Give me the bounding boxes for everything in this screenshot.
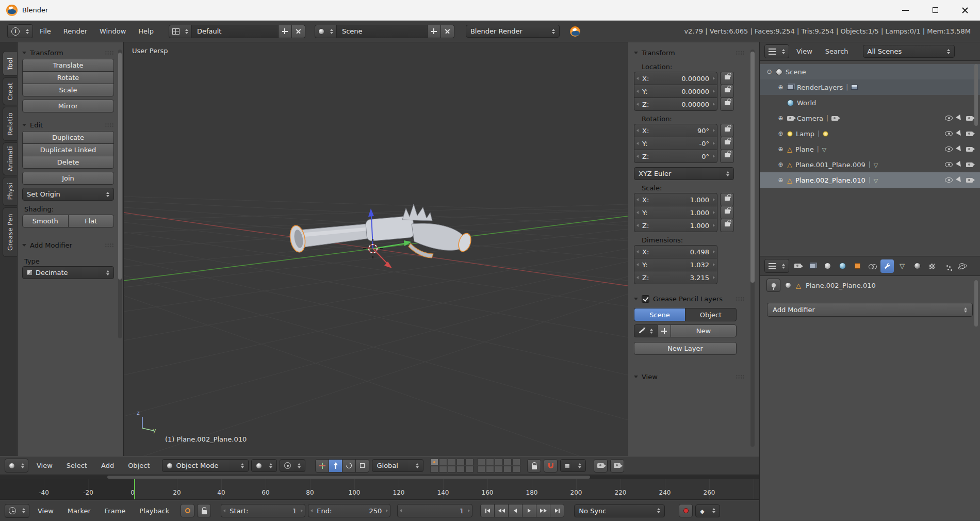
scene-delete-button[interactable]: [441, 25, 454, 38]
expander-icon[interactable]: [777, 115, 784, 122]
set-origin-dropdown[interactable]: Set Origin: [22, 188, 114, 201]
play-button[interactable]: [522, 504, 536, 517]
menu-file[interactable]: File: [34, 27, 57, 35]
layer-cell[interactable]: [503, 466, 512, 473]
panel-header-transform-n[interactable]: Transform: [634, 46, 745, 59]
editor-type-timeline-button[interactable]: [5, 504, 29, 518]
duplicate-button[interactable]: Duplicate: [22, 131, 114, 144]
panel-header-transform[interactable]: Transform: [22, 46, 114, 59]
tab-scene[interactable]: [821, 259, 834, 273]
layer-cell[interactable]: [430, 459, 438, 465]
manipulator-translate-button[interactable]: [329, 459, 342, 473]
location-x-lock-button[interactable]: [720, 72, 734, 85]
tab-grease-pencil[interactable]: Grease Pen: [3, 207, 17, 257]
rotation-mode-dropdown[interactable]: XYZ Euler: [634, 167, 734, 180]
layer-cell[interactable]: [456, 459, 465, 465]
layer-cell[interactable]: [456, 466, 465, 473]
keying-set-dropdown[interactable]: [695, 504, 720, 517]
jump-to-start-button[interactable]: [480, 504, 495, 517]
tab-animation[interactable]: Animati: [3, 142, 17, 175]
tab-render[interactable]: [791, 259, 804, 273]
gp-new-layer-button[interactable]: New Layer: [634, 342, 737, 355]
menu-object[interactable]: Object: [122, 462, 155, 469]
tab-modifiers[interactable]: [880, 259, 894, 273]
toolshelf-scrollbar[interactable]: [118, 50, 122, 338]
screen-layout-icon-button[interactable]: [169, 25, 192, 38]
gp-object-tab[interactable]: Object: [685, 308, 737, 321]
location-y-lock-button[interactable]: [720, 85, 734, 98]
viewport-canvas[interactable]: [124, 42, 628, 456]
opengl-render-anim-button[interactable]: [610, 459, 624, 473]
layer-cell[interactable]: [495, 466, 503, 473]
outliner-row-camera[interactable]: Camera: [760, 110, 980, 126]
visibility-eye-icon[interactable]: [945, 116, 953, 121]
outliner-row-renderlayers[interactable]: RenderLayers: [760, 79, 980, 95]
panel-header-edit[interactable]: Edit: [22, 119, 114, 131]
browse-context-icon[interactable]: [785, 282, 791, 288]
layer-cell[interactable]: [512, 459, 520, 465]
scale-y-lock-button[interactable]: [720, 206, 734, 219]
dimensions-x-field[interactable]: X:0.498: [634, 245, 717, 258]
expander-icon[interactable]: [777, 161, 784, 168]
pin-button[interactable]: [766, 279, 780, 292]
layer-cell[interactable]: [465, 466, 473, 473]
duplicate-linked-button[interactable]: Duplicate Linked: [22, 143, 114, 156]
tab-create[interactable]: Creat: [3, 77, 17, 105]
end-frame-field[interactable]: End:250: [308, 504, 390, 517]
selectability-cursor-icon[interactable]: [956, 161, 963, 168]
outliner-row-plane[interactable]: Plane: [760, 141, 980, 157]
timeline-scrollbar[interactable]: [0, 475, 759, 479]
close-button[interactable]: [950, 0, 980, 20]
scale-x-lock-button[interactable]: [720, 193, 734, 206]
scene-icon-button[interactable]: [315, 25, 337, 38]
location-x-field[interactable]: X:0.00000: [634, 72, 717, 85]
menu-select[interactable]: Select: [61, 462, 93, 469]
scale-x-field[interactable]: X:1.000: [634, 193, 717, 206]
viewport-3d[interactable]: User Persp z y (1) Plane.002_Plane.010: [124, 42, 628, 456]
timeline-lock-button[interactable]: [197, 504, 211, 517]
renderability-camera-icon[interactable]: [966, 162, 973, 167]
manipulator-scale-button[interactable]: [355, 459, 369, 473]
tab-object[interactable]: [851, 259, 864, 273]
screen-layout-delete-button[interactable]: [292, 25, 305, 38]
panel-header-grease-pencil[interactable]: Grease Pencil Layers: [634, 292, 745, 305]
expander-icon[interactable]: [777, 145, 784, 153]
renderability-camera-icon[interactable]: [966, 178, 973, 183]
tab-world[interactable]: [836, 259, 849, 273]
gp-data-dropdown[interactable]: [634, 324, 658, 337]
expander-icon[interactable]: [777, 130, 784, 137]
menu-view-timeline[interactable]: View: [32, 507, 59, 515]
tab-render-layers[interactable]: [806, 259, 819, 273]
drag-dots-icon[interactable]: [105, 243, 114, 248]
tab-material[interactable]: [910, 259, 924, 273]
opengl-render-image-button[interactable]: [594, 459, 608, 473]
layer-cell[interactable]: [477, 466, 485, 473]
outliner-scope-dropdown[interactable]: All Scenes: [863, 45, 955, 58]
menu-add[interactable]: Add: [95, 462, 120, 469]
gp-scene-tab[interactable]: Scene: [634, 308, 685, 321]
layer-cell[interactable]: [448, 459, 456, 465]
timeline-scrollbar-thumb[interactable]: [107, 476, 590, 479]
next-keyframe-button[interactable]: [536, 504, 550, 517]
layer-cell[interactable]: [512, 466, 520, 473]
editor-type-3dview-button[interactable]: [5, 459, 28, 473]
dimensions-z-field[interactable]: Z:3.215: [634, 271, 717, 284]
minimize-button[interactable]: [890, 0, 920, 20]
menu-playback[interactable]: Playback: [134, 507, 175, 515]
manipulator-rotate-button[interactable]: [342, 459, 356, 473]
snap-toggle-button[interactable]: [544, 459, 558, 473]
selectability-cursor-icon[interactable]: [956, 176, 963, 184]
maximize-button[interactable]: [920, 0, 950, 20]
editor-type-outliner-button[interactable]: [764, 44, 789, 58]
screen-layout-add-button[interactable]: [279, 25, 292, 38]
tab-physics[interactable]: Physi: [3, 177, 17, 206]
menu-help[interactable]: Help: [133, 27, 159, 35]
scene-add-button[interactable]: [428, 25, 441, 38]
outliner-row-world[interactable]: World: [760, 95, 980, 110]
layer-cell[interactable]: [448, 466, 456, 473]
properties-scrollbar[interactable]: [974, 280, 978, 327]
start-frame-field[interactable]: Start:1: [221, 504, 305, 517]
layer-cell[interactable]: [439, 459, 447, 465]
mode-dropdown[interactable]: Object Mode: [162, 459, 249, 472]
outliner-row-plane002[interactable]: Plane.002_Plane.010: [760, 172, 980, 188]
